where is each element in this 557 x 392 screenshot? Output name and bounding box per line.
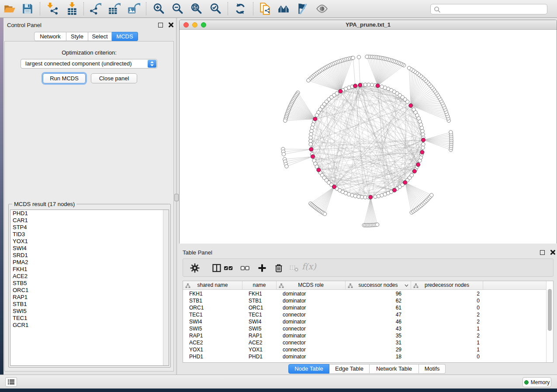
table-row[interactable]: FKH1FKH1dominator962 bbox=[183, 290, 546, 297]
mcds-hub-node[interactable] bbox=[313, 117, 317, 121]
table-row[interactable]: SWI5SWI5connector431 bbox=[183, 325, 546, 332]
zoom-out-icon[interactable] bbox=[171, 2, 184, 15]
network-node[interactable] bbox=[309, 142, 312, 146]
network-leaf-node[interactable] bbox=[375, 223, 379, 226]
select-all-icon[interactable] bbox=[223, 263, 234, 273]
network-node[interactable] bbox=[421, 146, 425, 149]
network-node[interactable] bbox=[370, 83, 374, 86]
tab-motifs[interactable]: Motifs bbox=[419, 364, 446, 374]
network-node[interactable] bbox=[410, 173, 413, 177]
mcds-result-node[interactable]: TID3 bbox=[10, 231, 169, 238]
tab-style[interactable]: Style bbox=[66, 32, 88, 41]
mcds-result-node[interactable]: FKH1 bbox=[10, 266, 169, 273]
search-box[interactable] bbox=[430, 4, 547, 14]
mcds-hub-node[interactable] bbox=[317, 168, 321, 172]
network-node[interactable] bbox=[412, 108, 415, 111]
tab-select[interactable]: Select bbox=[88, 32, 112, 41]
network-node[interactable] bbox=[310, 126, 314, 130]
mcds-hub-node[interactable] bbox=[409, 103, 413, 107]
split-columns-icon[interactable] bbox=[211, 263, 222, 273]
mcds-hub-node[interactable] bbox=[376, 84, 380, 88]
table-row[interactable]: ORC1ORC1dominator610 bbox=[183, 304, 546, 311]
mcds-result-node[interactable]: ACE2 bbox=[10, 273, 169, 280]
table-row[interactable]: YOX1YOX1connector291 bbox=[183, 346, 546, 353]
delete-row-icon[interactable] bbox=[273, 263, 284, 273]
column-header-successor-nodes[interactable]: successor nodes bbox=[346, 281, 411, 290]
close-table-panel-icon[interactable] bbox=[550, 249, 555, 255]
mcds-result-node[interactable]: STB1 bbox=[10, 301, 169, 308]
zoom-selected-icon[interactable] bbox=[209, 2, 222, 15]
mcds-result-node[interactable]: STB5 bbox=[10, 280, 169, 287]
network-window-titlebar[interactable]: YPA_prune.txt_1 bbox=[180, 20, 557, 30]
table-row[interactable]: TEC1TEC1connector472 bbox=[183, 311, 546, 318]
network-node[interactable] bbox=[309, 133, 313, 136]
search-input[interactable] bbox=[442, 5, 546, 14]
network-node[interactable] bbox=[363, 83, 367, 86]
mcds-result-node[interactable]: SWI5 bbox=[10, 308, 169, 315]
float-panel-icon[interactable] bbox=[158, 23, 163, 28]
tab-node-table[interactable]: Node Table bbox=[288, 364, 329, 374]
mcds-list-scrollbar[interactable] bbox=[163, 210, 169, 365]
column-header-predecessor-nodes[interactable]: predecessor nodes bbox=[411, 281, 483, 290]
mcds-hub-node[interactable] bbox=[309, 148, 313, 151]
mcds-hub-node[interactable] bbox=[416, 163, 420, 167]
network-leaf-node[interactable] bbox=[307, 79, 310, 82]
mcds-result-node[interactable]: SRD1 bbox=[10, 252, 169, 259]
column-header-name[interactable]: name bbox=[242, 281, 277, 290]
network-node[interactable] bbox=[374, 195, 377, 198]
mcds-hub-node[interactable] bbox=[369, 195, 373, 199]
network-node[interactable] bbox=[380, 85, 384, 88]
tab-mcds[interactable]: MCDS bbox=[112, 32, 138, 41]
network-leaf-node[interactable] bbox=[284, 119, 287, 122]
close-panel-icon[interactable] bbox=[168, 22, 173, 28]
network-leaf-node[interactable] bbox=[407, 66, 411, 70]
mcds-result-node[interactable]: SWI4 bbox=[10, 245, 169, 252]
add-row-icon[interactable] bbox=[257, 263, 267, 273]
import-network-icon[interactable] bbox=[46, 2, 59, 15]
status-menu-button[interactable] bbox=[5, 377, 17, 387]
mcds-hub-node[interactable] bbox=[358, 83, 362, 87]
function-builder-icon[interactable]: f(x) bbox=[302, 261, 316, 271]
float-table-panel-icon[interactable] bbox=[540, 250, 545, 255]
zoom-in-icon[interactable] bbox=[152, 2, 166, 15]
table-row[interactable]: ACE2ACE2connector311 bbox=[183, 339, 546, 346]
network-node[interactable] bbox=[421, 129, 424, 133]
network-leaf-node[interactable] bbox=[282, 152, 285, 156]
mcds-hub-node[interactable] bbox=[332, 185, 336, 189]
network-node[interactable] bbox=[422, 142, 425, 146]
table-row[interactable]: STB1STB1dominator620 bbox=[183, 297, 546, 304]
mcds-result-node[interactable]: CAR1 bbox=[10, 217, 169, 224]
mcds-hub-node[interactable] bbox=[311, 155, 315, 158]
network-leaf-node[interactable] bbox=[357, 55, 360, 59]
network-node[interactable] bbox=[360, 195, 363, 199]
close-panel-button[interactable]: Close panel bbox=[91, 73, 137, 83]
export-image-icon[interactable] bbox=[127, 2, 140, 15]
optimization-criterion-select[interactable]: largest connected component (undirected) bbox=[21, 59, 157, 69]
memory-button[interactable]: Memory bbox=[522, 377, 551, 387]
mcds-result-node[interactable]: PMA2 bbox=[10, 259, 169, 266]
binoculars-icon[interactable] bbox=[277, 2, 290, 15]
network-leaf-node[interactable] bbox=[323, 212, 326, 216]
tab-network-table[interactable]: Network Table bbox=[370, 364, 419, 374]
network-leaf-node[interactable] bbox=[285, 165, 288, 168]
network-leaf-node[interactable] bbox=[351, 56, 355, 59]
network-leaf-node[interactable] bbox=[449, 131, 453, 134]
mcds-result-node[interactable]: GCR1 bbox=[10, 322, 169, 329]
network-node[interactable] bbox=[353, 194, 357, 198]
flag-visibility-icon[interactable] bbox=[296, 2, 309, 15]
mcds-result-node[interactable]: STP4 bbox=[10, 224, 169, 231]
mcds-result-node[interactable]: RAP1 bbox=[10, 294, 169, 301]
mcds-hub-node[interactable] bbox=[339, 89, 343, 93]
import-table-icon[interactable] bbox=[66, 2, 79, 15]
column-header-shared-name[interactable]: shared name bbox=[183, 281, 242, 290]
mcds-result-node[interactable]: YOX1 bbox=[10, 238, 169, 245]
mcds-hub-node[interactable] bbox=[421, 138, 425, 142]
table-scrollbar-thumb[interactable] bbox=[548, 289, 552, 331]
zoom-fit-icon[interactable] bbox=[190, 2, 203, 15]
table-scrollbar[interactable] bbox=[546, 281, 553, 362]
refresh-icon[interactable] bbox=[234, 2, 247, 15]
network-leaf-node[interactable] bbox=[430, 193, 433, 197]
table-row[interactable]: RAP1RAP1dominator352 bbox=[183, 332, 546, 339]
mcds-result-node[interactable]: ORC1 bbox=[10, 287, 169, 294]
tab-edge-table[interactable]: Edge Table bbox=[329, 364, 370, 374]
